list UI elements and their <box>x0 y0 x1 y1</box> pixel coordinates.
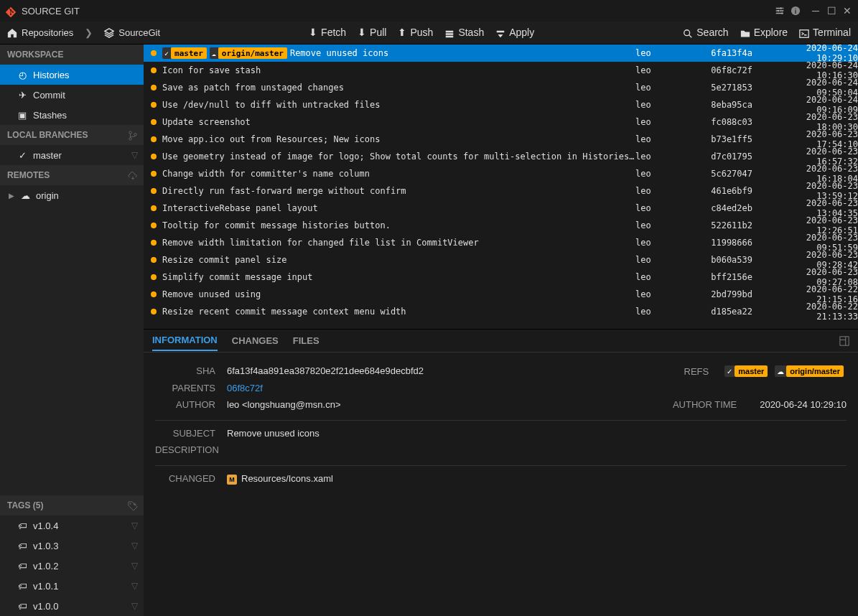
svg-rect-11 <box>840 337 849 345</box>
description-value <box>227 444 847 455</box>
cloud-icon: ☁ <box>775 365 786 377</box>
pull-button[interactable]: ⬇Pull <box>358 27 386 38</box>
sidebar-tag[interactable]: 🏷v1.0.0▽ <box>0 596 144 616</box>
commit-author: leo <box>635 134 707 144</box>
home-icon <box>7 27 17 39</box>
commit-row[interactable]: Icon for save stashleo06f8c72f2020-06-24… <box>144 62 858 79</box>
layout-icon[interactable] <box>839 335 849 347</box>
tag-icon: 🏷 <box>17 601 27 612</box>
sidebar-branch-master[interactable]: ✓master▽ <box>0 145 144 165</box>
commit-row[interactable]: Remove unused usingleo2bd799bd2020-06-22… <box>144 286 858 303</box>
sha-label: SHA <box>155 365 227 377</box>
sidebar-item-stashes[interactable]: ▣Stashes <box>0 105 144 125</box>
sidebar-item-label: origin <box>36 190 59 201</box>
info-icon[interactable]: i <box>791 6 801 16</box>
stash-icon <box>444 27 454 38</box>
sidebar-tag[interactable]: 🏷v1.0.4▽ <box>0 515 144 536</box>
tab-changes[interactable]: CHANGES <box>232 331 279 350</box>
pull-icon: ⬇ <box>358 27 366 38</box>
commit-row[interactable]: ✓master☁origin/masterRemove unused icons… <box>144 45 858 62</box>
sidebar: WORKSPACE ◴Histories ✈Commit ▣Stashes LO… <box>0 45 144 616</box>
commit-row[interactable]: Use geometry instead of image for logo; … <box>144 148 858 165</box>
author-time-label: AUTHOR TIME <box>673 399 748 410</box>
maximize-icon[interactable]: ☐ <box>826 6 836 16</box>
commit-row[interactable]: Directly run fast-forward merge without … <box>144 182 858 200</box>
breadcrumb-repositories[interactable]: Repositories <box>7 27 73 39</box>
commit-author: leo <box>635 186 707 196</box>
svg-point-0 <box>780 7 782 9</box>
ref-badge-master[interactable]: master <box>735 365 768 377</box>
branch-icon[interactable] <box>128 129 138 141</box>
sidebar-tag[interactable]: 🏷v1.0.1▽ <box>0 576 144 596</box>
search-button[interactable]: Search <box>683 27 728 38</box>
commit-author: leo <box>635 220 707 230</box>
sidebar-remote-origin[interactable]: ▶☁origin <box>0 185 144 205</box>
svg-point-9 <box>134 134 137 136</box>
filter-icon[interactable]: ▽ <box>131 581 138 591</box>
sidebar-item-label: v1.0.2 <box>33 561 58 571</box>
check-icon: ✓ <box>162 47 171 59</box>
close-icon[interactable]: ✕ <box>842 6 852 16</box>
breadcrumb-current[interactable]: SourceGit <box>104 27 160 39</box>
commit-message: Icon for save stash <box>161 65 635 75</box>
add-tag-icon[interactable] <box>128 500 138 511</box>
tab-files[interactable]: FILES <box>293 331 320 350</box>
commit-date: 2020-06-22 21:13:33 <box>761 302 858 322</box>
filter-icon[interactable]: ▽ <box>131 541 138 551</box>
tags-header: TAGS (5) <box>0 495 144 515</box>
filter-icon[interactable]: ▽ <box>131 601 138 611</box>
sidebar-item-histories[interactable]: ◴Histories <box>0 65 144 85</box>
filter-icon[interactable]: ▽ <box>131 150 138 160</box>
commit-row[interactable]: Remove width limitation for changed file… <box>144 234 858 251</box>
commit-row[interactable]: Change width for committer's name column… <box>144 165 858 182</box>
commit-row[interactable]: Update screenshotleofc088c032020-06-23 1… <box>144 113 858 131</box>
apply-button[interactable]: Apply <box>495 27 534 38</box>
fetch-button[interactable]: ⬇Fetch <box>309 27 346 38</box>
commit-row[interactable]: Tooltip for commit message histories but… <box>144 217 858 234</box>
commit-row[interactable]: Resize recent commit message context men… <box>144 303 858 320</box>
stash-button[interactable]: Stash <box>444 27 484 38</box>
commit-row[interactable]: InteractiveRebase panel layoutleoc84ed2e… <box>144 200 858 217</box>
minimize-icon[interactable]: ─ <box>811 6 821 16</box>
push-button[interactable]: ⬆Push <box>398 27 433 38</box>
settings-icon[interactable] <box>775 6 785 16</box>
commit-author: leo <box>635 272 707 282</box>
tag-icon: 🏷 <box>17 581 27 592</box>
filter-icon[interactable]: ▽ <box>131 561 138 571</box>
commit-sha: d185ea22 <box>707 307 761 317</box>
commit-author: leo <box>635 65 707 75</box>
terminal-button[interactable]: Terminal <box>799 27 851 38</box>
filter-icon[interactable]: ▽ <box>131 521 138 531</box>
commit-author: leo <box>635 48 707 58</box>
changed-file[interactable]: MResources/Icons.xaml <box>227 473 847 485</box>
archive-icon: ▣ <box>17 110 27 121</box>
graph-node <box>146 136 161 142</box>
commit-row[interactable]: Use /dev/null to diff with untracked fil… <box>144 96 858 113</box>
explore-button[interactable]: Explore <box>740 27 788 38</box>
clock-icon: ◴ <box>17 70 27 80</box>
commit-author: leo <box>635 238 707 248</box>
sidebar-tag[interactable]: 🏷v1.0.2▽ <box>0 556 144 576</box>
add-remote-icon[interactable] <box>128 169 138 181</box>
sidebar-item-commit[interactable]: ✈Commit <box>0 85 144 105</box>
graph-node <box>146 274 161 280</box>
commit-row[interactable]: Move app.ico out from Resources; New ico… <box>144 131 858 148</box>
sidebar-tag[interactable]: 🏷v1.0.3▽ <box>0 536 144 556</box>
commit-list[interactable]: ✓master☁origin/masterRemove unused icons… <box>144 45 858 329</box>
commit-author: leo <box>635 255 707 265</box>
commit-sha: b060a539 <box>707 255 761 265</box>
cloud-icon: ☁ <box>210 47 218 59</box>
commit-row[interactable]: Save as patch from unstaged changesleo5e… <box>144 79 858 96</box>
detail-tabs: INFORMATION CHANGES FILES <box>144 330 858 353</box>
graph-node <box>146 223 161 228</box>
commit-sha: 6fa13f4a <box>707 48 761 58</box>
ref-badge-origin-master[interactable]: origin/master <box>786 365 844 377</box>
download-icon: ⬇ <box>309 27 317 38</box>
commit-row[interactable]: Resize commit panel sizeleob060a5392020-… <box>144 251 858 269</box>
graph-node <box>146 205 161 211</box>
graph-node <box>146 50 161 56</box>
breadcrumb-label: SourceGit <box>118 27 160 38</box>
parents-link[interactable]: 06f8c72f <box>227 383 847 393</box>
commit-row[interactable]: Simplify commit message inputleobff2156e… <box>144 269 858 286</box>
tab-information[interactable]: INFORMATION <box>152 330 218 351</box>
